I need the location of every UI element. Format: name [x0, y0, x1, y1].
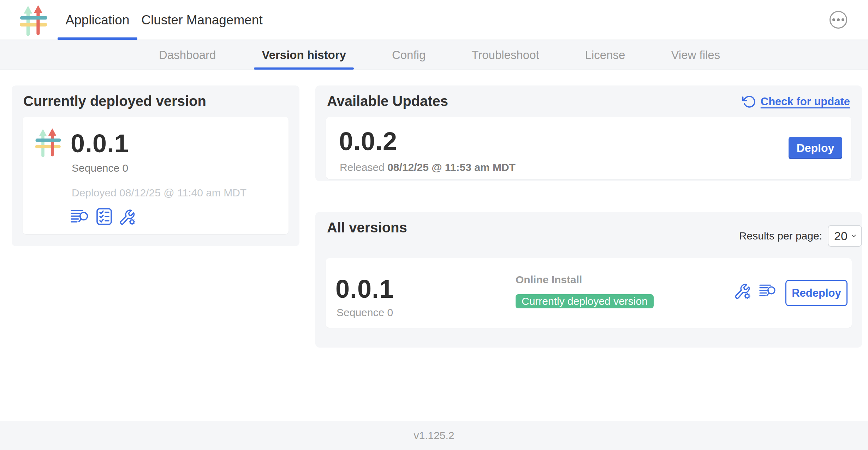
- results-per-page-value: 20: [834, 229, 848, 243]
- currently-deployed-title: Currently deployed version: [23, 93, 206, 109]
- deployed-timestamp: Deployed 08/12/25 @ 11:40 am MDT: [72, 187, 246, 199]
- subnav-item-dashboard[interactable]: Dashboard: [159, 40, 216, 70]
- results-per-page: Results per page: 20: [739, 225, 862, 247]
- header-tab-application[interactable]: Application: [58, 0, 137, 40]
- available-update-card: 0.0.2 Released 08/12/25 @ 11:53 am MDT D…: [326, 117, 851, 179]
- redeploy-button[interactable]: Redeploy: [785, 280, 848, 306]
- currently-deployed-panel: Currently deployed version 0.0.1 Sequenc…: [12, 85, 299, 246]
- update-version-number: 0.0.2: [339, 127, 397, 156]
- overflow-menu-button[interactable]: [830, 11, 847, 29]
- header-tab-cluster-management[interactable]: Cluster Management: [137, 0, 267, 40]
- app-logo-icon: [18, 4, 50, 37]
- app-logo-icon: [33, 126, 64, 159]
- currently-deployed-badge: Currently deployed version: [516, 294, 654, 308]
- release-notes-icon[interactable]: [71, 208, 90, 225]
- kots-admin-console: Application Cluster Management Dashboard…: [0, 0, 868, 450]
- update-released-line: Released 08/12/25 @ 11:53 am MDT: [340, 161, 516, 173]
- subnav-item-license[interactable]: License: [585, 40, 625, 70]
- results-per-page-label: Results per page:: [739, 230, 822, 242]
- released-date: 08/12/25 @ 11:53 am MDT: [387, 161, 516, 173]
- subnav-item-version-history[interactable]: Version history: [262, 40, 346, 70]
- all-versions-panel: All versions Results per page: 20 0.0.1 …: [315, 212, 862, 348]
- subnav-item-view-files[interactable]: View files: [671, 40, 720, 70]
- released-label: Released: [340, 161, 385, 173]
- subnav-item-troubleshoot[interactable]: Troubleshoot: [471, 40, 539, 70]
- console-version: v1.125.2: [414, 430, 454, 442]
- results-per-page-select[interactable]: 20: [828, 225, 862, 247]
- header-tab-label: Application: [65, 13, 129, 28]
- config-icon[interactable]: [733, 282, 751, 300]
- deployed-version-number: 0.0.1: [71, 129, 129, 158]
- currently-deployed-card: 0.0.1 Sequence 0 Deployed 08/12/25 @ 11:…: [23, 117, 289, 234]
- ellipsis-dot: [837, 18, 840, 21]
- available-updates-title: Available Updates: [327, 93, 448, 109]
- deployed-sequence-label: Sequence 0: [72, 162, 128, 174]
- row-version-number: 0.0.1: [335, 274, 394, 303]
- ellipsis-dot: [832, 18, 835, 21]
- row-actions: [733, 282, 778, 300]
- header-tab-label: Cluster Management: [141, 13, 262, 28]
- deploy-button[interactable]: Deploy: [789, 137, 842, 159]
- all-versions-title: All versions: [327, 220, 407, 236]
- top-header: Application Cluster Management: [0, 0, 868, 40]
- check-for-update-label: Check for update: [761, 95, 850, 108]
- preflight-checks-icon[interactable]: [96, 208, 112, 225]
- available-updates-panel: Available Updates Check for update 0.0.2…: [315, 85, 862, 181]
- footer: v1.125.2: [0, 421, 868, 450]
- chevron-down-icon: [850, 231, 857, 241]
- refresh-ccw-icon: [742, 95, 756, 109]
- check-for-update-link[interactable]: Check for update: [742, 95, 850, 109]
- row-sequence-label: Sequence 0: [337, 307, 393, 319]
- release-notes-icon[interactable]: [759, 283, 778, 298]
- deployed-version-actions: [71, 207, 136, 226]
- subnav-item-config[interactable]: Config: [392, 40, 426, 70]
- config-icon[interactable]: [118, 207, 136, 226]
- ellipsis-dot: [842, 18, 844, 21]
- app-subnav: Dashboard Version history Config Trouble…: [0, 40, 868, 70]
- row-install-info: Online Install Currently deployed versio…: [516, 274, 654, 308]
- version-row: 0.0.1 Sequence 0 Online Install Currentl…: [326, 258, 852, 328]
- install-type-label: Online Install: [516, 274, 654, 286]
